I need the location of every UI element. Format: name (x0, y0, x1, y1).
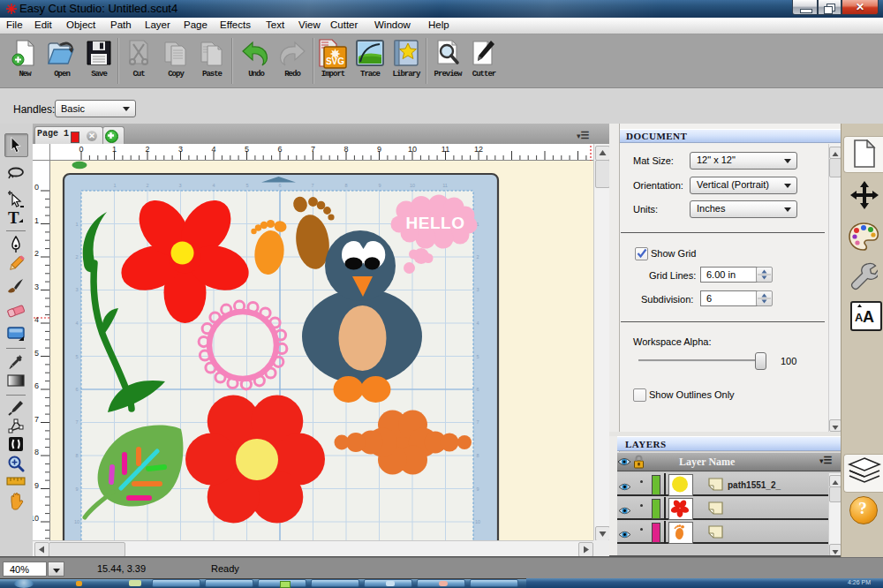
svg-text:2: 2 (34, 249, 39, 258)
svg-text:10: 10 (408, 145, 417, 154)
svg-text:5: 5 (34, 349, 39, 358)
svg-text:2: 2 (476, 254, 479, 260)
svg-text:A: A (863, 308, 874, 326)
svg-text:5: 5 (75, 354, 78, 359)
svg-text:1: 1 (75, 222, 78, 227)
svg-text:8: 8 (476, 453, 479, 458)
svg-text:7: 7 (311, 145, 315, 154)
svg-text:T: T (8, 209, 19, 227)
svg-text:10: 10 (74, 519, 79, 524)
svg-text:0: 0 (34, 183, 39, 192)
svg-text:11: 11 (442, 145, 449, 154)
svg-text:SVG: SVG (326, 57, 344, 66)
svg-text:7: 7 (311, 183, 313, 188)
svg-text:4: 4 (476, 320, 479, 326)
svg-text:8: 8 (75, 453, 78, 458)
svg-text:4: 4 (75, 320, 78, 326)
svg-text:1: 1 (112, 145, 117, 154)
svg-text:3: 3 (178, 183, 181, 188)
svg-text:6: 6 (476, 387, 479, 392)
svg-text:11: 11 (442, 183, 448, 188)
svg-text:3: 3 (178, 145, 183, 154)
svg-text:6: 6 (277, 145, 282, 154)
svg-text:4: 4 (34, 315, 39, 324)
svg-text:7: 7 (476, 419, 479, 425)
svg-text:2: 2 (145, 145, 149, 154)
svg-text:9: 9 (34, 481, 39, 490)
svg-text:5: 5 (245, 145, 249, 154)
svg-text:HELLO: HELLO (406, 214, 465, 232)
svg-text:9: 9 (377, 145, 381, 154)
svg-text:3: 3 (75, 287, 78, 292)
svg-text:2: 2 (75, 254, 78, 260)
svg-text:12: 12 (474, 145, 483, 154)
svg-text:6: 6 (278, 183, 281, 188)
svg-text:8: 8 (344, 183, 347, 188)
svg-text:9: 9 (378, 183, 381, 188)
svg-text:10: 10 (475, 519, 480, 524)
svg-text:7: 7 (75, 419, 78, 425)
svg-text:1: 1 (113, 183, 116, 188)
svg-text:10: 10 (33, 514, 39, 523)
svg-text:5: 5 (245, 183, 248, 188)
svg-text:1: 1 (34, 216, 39, 225)
svg-text:0: 0 (79, 145, 83, 154)
svg-text:5: 5 (476, 354, 479, 359)
svg-text:3: 3 (34, 283, 39, 291)
svg-text:8: 8 (34, 448, 39, 456)
svg-text:4: 4 (212, 183, 215, 188)
svg-text:9: 9 (476, 486, 479, 492)
svg-text:9: 9 (75, 486, 78, 492)
svg-text:6: 6 (75, 387, 78, 392)
svg-text:6: 6 (34, 381, 39, 390)
svg-text:4: 4 (211, 145, 215, 154)
svg-text:10: 10 (410, 183, 415, 188)
svg-text:3: 3 (476, 287, 479, 292)
svg-text:8: 8 (343, 145, 348, 154)
svg-text:2: 2 (146, 183, 148, 188)
svg-text:7: 7 (34, 415, 39, 424)
